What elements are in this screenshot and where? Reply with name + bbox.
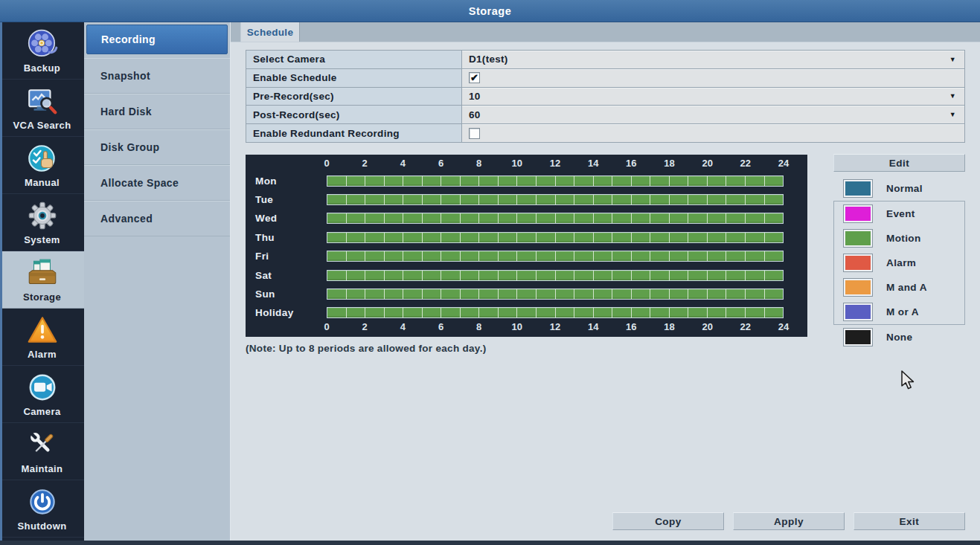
schedule-cell[interactable] <box>461 213 479 223</box>
schedule-cell[interactable] <box>670 176 688 186</box>
schedule-cell[interactable] <box>746 308 764 317</box>
schedule-cell[interactable] <box>327 289 346 299</box>
schedule-cell[interactable] <box>612 233 631 242</box>
schedule-cell[interactable] <box>574 233 593 242</box>
sidebar-item-camera[interactable]: Camera <box>0 366 84 423</box>
schedule-bar[interactable] <box>327 270 784 281</box>
schedule-cell[interactable] <box>670 251 688 261</box>
schedule-cell[interactable] <box>385 195 403 204</box>
schedule-cell[interactable] <box>479 308 498 317</box>
schedule-cell[interactable] <box>499 251 517 261</box>
schedule-cell[interactable] <box>708 289 726 299</box>
schedule-cell[interactable] <box>650 271 669 280</box>
schedule-bar[interactable] <box>327 175 784 187</box>
sidebar-item-storage[interactable]: Storage <box>0 251 84 309</box>
schedule-cell[interactable] <box>594 271 612 280</box>
schedule-cell[interactable] <box>365 289 384 299</box>
menu-item-advanced[interactable]: Advanced <box>84 201 230 236</box>
schedule-cell[interactable] <box>746 271 764 280</box>
schedule-cell[interactable] <box>632 271 650 280</box>
schedule-cell[interactable] <box>726 308 745 317</box>
schedule-bar[interactable] <box>327 251 784 262</box>
schedule-cell[interactable] <box>708 176 726 186</box>
schedule-cell[interactable] <box>423 176 441 186</box>
schedule-cell[interactable] <box>461 251 479 261</box>
schedule-cell[interactable] <box>650 195 669 204</box>
schedule-cell[interactable] <box>441 213 460 223</box>
schedule-cell[interactable] <box>726 176 745 186</box>
schedule-cell[interactable] <box>347 289 365 299</box>
schedule-cell[interactable] <box>612 251 631 261</box>
schedule-cell[interactable] <box>612 308 631 317</box>
schedule-cell[interactable] <box>688 289 707 299</box>
schedule-cell[interactable] <box>556 176 574 186</box>
schedule-cell[interactable] <box>347 308 365 317</box>
schedule-cell[interactable] <box>594 308 612 317</box>
schedule-cell[interactable] <box>347 233 365 242</box>
sidebar-item-backup[interactable]: Backup <box>0 22 84 80</box>
sidebar-item-vca-search[interactable]: VCA Search <box>0 80 84 137</box>
schedule-cell[interactable] <box>499 271 517 280</box>
schedule-cell[interactable] <box>612 213 631 223</box>
schedule-cell[interactable] <box>632 308 650 317</box>
schedule-cell[interactable] <box>385 251 403 261</box>
schedule-cell[interactable] <box>688 308 707 317</box>
schedule-cell[interactable] <box>537 271 555 280</box>
menu-item-allocate-space[interactable]: Allocate Space <box>84 165 230 201</box>
schedule-cell[interactable] <box>670 195 688 204</box>
schedule-cell[interactable] <box>327 176 346 186</box>
schedule-cell[interactable] <box>403 308 422 317</box>
schedule-cell[interactable] <box>537 308 555 317</box>
schedule-cell[interactable] <box>499 195 517 204</box>
schedule-cell[interactable] <box>327 271 346 280</box>
schedule-cell[interactable] <box>365 308 384 317</box>
schedule-cell[interactable] <box>479 289 498 299</box>
schedule-cell[interactable] <box>517 251 536 261</box>
schedule-cell[interactable] <box>537 176 555 186</box>
schedule-cell[interactable] <box>574 289 593 299</box>
schedule-cell[interactable] <box>574 176 593 186</box>
schedule-cell[interactable] <box>499 289 517 299</box>
schedule-bar[interactable] <box>327 307 784 318</box>
schedule-cell[interactable] <box>746 289 764 299</box>
schedule-cell[interactable] <box>594 233 612 242</box>
schedule-cell[interactable] <box>441 271 460 280</box>
schedule-cell[interactable] <box>347 271 365 280</box>
schedule-cell[interactable] <box>537 195 555 204</box>
schedule-cell[interactable] <box>612 195 631 204</box>
schedule-cell[interactable] <box>461 233 479 242</box>
schedule-cell[interactable] <box>441 233 460 242</box>
enable-schedule-checkbox[interactable]: ✔ <box>469 72 480 83</box>
schedule-cell[interactable] <box>499 176 517 186</box>
schedule-cell[interactable] <box>403 233 422 242</box>
schedule-cell[interactable] <box>688 251 707 261</box>
schedule-cell[interactable] <box>365 233 384 242</box>
schedule-cell[interactable] <box>441 195 460 204</box>
schedule-cell[interactable] <box>347 251 365 261</box>
schedule-cell[interactable] <box>556 195 574 204</box>
schedule-cell[interactable] <box>708 308 726 317</box>
schedule-cell[interactable] <box>594 213 612 223</box>
schedule-bar[interactable] <box>327 213 784 224</box>
schedule-cell[interactable] <box>479 271 498 280</box>
schedule-cell[interactable] <box>403 271 422 280</box>
sidebar-item-shutdown[interactable]: Shutdown <box>0 480 84 538</box>
schedule-cell[interactable] <box>556 271 574 280</box>
schedule-cell[interactable] <box>726 271 745 280</box>
schedule-cell[interactable] <box>746 176 764 186</box>
schedule-cell[interactable] <box>574 195 593 204</box>
schedule-cell[interactable] <box>556 213 574 223</box>
schedule-cell[interactable] <box>385 289 403 299</box>
schedule-cell[interactable] <box>403 251 422 261</box>
schedule-cell[interactable] <box>765 176 784 186</box>
schedule-cell[interactable] <box>517 308 536 317</box>
schedule-cell[interactable] <box>423 195 441 204</box>
schedule-cell[interactable] <box>441 308 460 317</box>
sidebar-item-manual[interactable]: Manual <box>0 137 84 194</box>
schedule-cell[interactable] <box>327 233 346 242</box>
schedule-cell[interactable] <box>385 233 403 242</box>
schedule-cell[interactable] <box>594 289 612 299</box>
schedule-cell[interactable] <box>650 176 669 186</box>
schedule-cell[interactable] <box>499 233 517 242</box>
select-camera-dropdown[interactable]: D1(test)▼ <box>462 51 964 68</box>
